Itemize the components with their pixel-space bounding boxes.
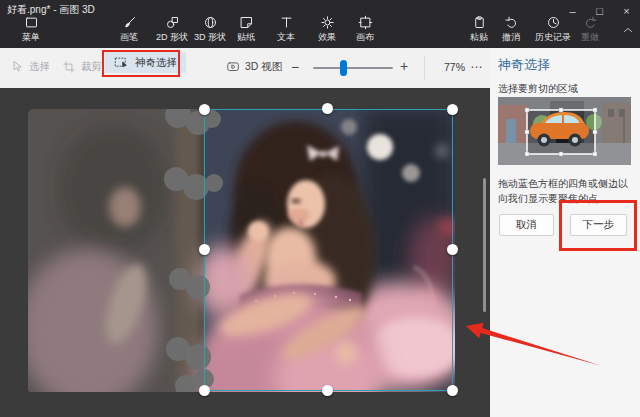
undo-icon [504,15,519,30]
select-tool-label: 选择 [29,60,50,74]
next-button[interactable]: 下一步 [570,214,627,236]
tab-label: 文本 [277,31,295,44]
selection-handle-middle-left[interactable] [199,244,210,255]
vertical-scrollbar-thumb[interactable] [483,178,486,312]
car-illustration [498,97,631,165]
crop-icon [62,60,76,74]
magic-select-region[interactable] [204,109,453,391]
selection-handle-bottom-center[interactable] [322,385,333,396]
selection-handle-top-right[interactable] [447,104,458,115]
canvas-area [0,88,490,417]
tab-label: 画布 [356,31,374,44]
tab-label: 效果 [318,31,336,44]
tab-canvas[interactable]: 画布 [335,15,395,44]
select-tool-button[interactable]: 选择 [10,60,50,74]
zoom-slider-thumb[interactable] [340,60,347,76]
tab-label: 贴纸 [237,31,255,44]
title-bar: 好看.png* - 画图 3D – □ × 菜单 画笔 2D 形状 3D 形状 … [0,0,640,48]
view-3d-button[interactable]: 3D 视图 [226,60,282,74]
magic-select-button[interactable]: 神奇选择 [105,52,186,73]
redo-button: 重做 [560,15,620,44]
paint3d-window: 好看.png* - 画图 3D – □ × 菜单 画笔 2D 形状 3D 形状 … [0,0,640,417]
divider [424,56,425,80]
crop-tool-button[interactable]: 裁剪 [62,60,102,74]
menu-label: 菜单 [22,31,40,44]
chevron-up-icon [621,24,635,36]
menu-icon [24,15,39,30]
zoom-percent[interactable]: 77% [444,61,465,73]
magic-select-label: 神奇选择 [135,56,177,70]
selection-handle-top-left[interactable] [199,104,210,115]
panel-title: 神奇选择 [498,56,550,74]
view-3d-icon [226,60,240,74]
sticker-icon [239,15,254,30]
crop-tool-label: 裁剪 [81,60,102,74]
select-cursor-icon [10,60,24,74]
shapes-2d-icon [165,15,180,30]
panel-description: 拖动蓝色方框的四角或侧边以向我们显示要聚焦的点。 [498,176,633,206]
magic-select-panel: 神奇选择 选择要剪切的区域 [490,48,640,417]
menu-button[interactable]: 菜单 [1,15,61,44]
collapse-ribbon-button[interactable] [621,22,639,36]
selection-handle-bottom-left[interactable] [199,385,210,396]
redo-label: 重做 [581,31,599,44]
magic-select-illustration [498,97,631,165]
history-icon [546,15,561,30]
text-icon [279,15,294,30]
magic-select-icon [114,56,129,69]
panel-subtitle: 选择要剪切的区域 [498,82,578,96]
undo-label: 撤消 [502,31,520,44]
cancel-button[interactable]: 取消 [499,214,554,236]
zoom-in-button[interactable]: + [400,58,408,74]
zoom-slider-track[interactable] [313,67,393,69]
more-options-button[interactable]: … [470,56,483,71]
redo-icon [583,15,598,30]
selection-handle-middle-right[interactable] [447,244,458,255]
zoom-out-button[interactable]: − [291,59,299,75]
canvas-icon [358,15,373,30]
view-3d-label: 3D 视图 [245,60,282,74]
effects-icon [320,15,335,30]
selection-handle-bottom-right[interactable] [447,385,458,396]
brush-icon [122,15,137,30]
selection-handle-top-center[interactable] [322,103,333,114]
tab-label: 画笔 [120,31,138,44]
